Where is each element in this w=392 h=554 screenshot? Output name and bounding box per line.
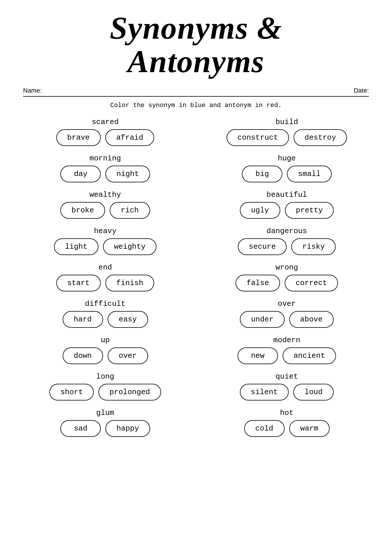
pair-group-1: buildconstructdestroy [205,118,369,146]
pair-words-4: brokerich [60,202,150,219]
word-pill-15-1: silent [240,384,289,400]
word-pill-1-1: construct [227,129,289,146]
pair-title-5: beautiful [266,190,307,199]
word-pill-4-1: broke [60,202,105,219]
word-pill-3-1: big [242,166,282,182]
pair-group-3: hugebigsmall [205,154,369,182]
word-pill-4-2: rich [110,202,150,219]
pair-words-12: downover [63,347,148,364]
pair-words-16: sadhappy [60,420,150,437]
word-pill-16-2: happy [105,420,150,437]
word-pill-0-1: brave [56,129,101,146]
pair-title-1: build [275,118,298,126]
pair-group-5: beautifuluglypretty [205,190,369,219]
word-pill-11-1: under [240,311,284,328]
word-pill-6-1: light [54,238,98,255]
word-pill-9-2: correct [285,275,338,291]
page-title: Synonyms & Antonyms [23,12,369,78]
pair-group-0: scaredbraveafraid [23,118,187,146]
pair-group-7: dangeroussecurerisky [205,227,369,255]
word-pill-16-1: sad [60,420,101,437]
word-pill-10-2: easy [108,311,148,328]
pair-group-12: updownover [23,336,187,364]
pair-title-10: difficult [85,300,125,308]
pair-title-15: quiet [275,372,298,381]
pair-words-17: coldwarm [244,420,330,437]
pair-group-2: morningdaynight [23,154,187,182]
word-pill-6-2: weighty [103,238,156,255]
pair-title-13: modern [273,336,300,345]
pair-words-0: braveafraid [56,129,154,146]
pair-group-14: longshortprolonged [23,372,187,400]
instructions: Color the synonym in blue and antonym in… [23,102,369,109]
word-pill-5-1: ugly [240,202,280,219]
pair-group-9: wrongfalsecorrect [205,263,369,291]
pair-title-3: huge [278,154,296,163]
word-pill-10-1: hard [63,311,103,328]
word-pill-1-2: destroy [294,129,347,146]
pair-words-6: lightweighty [54,238,156,255]
pair-words-9: falsecorrect [236,275,338,291]
pair-title-16: glum [96,409,114,417]
pair-words-8: startfinish [56,275,154,291]
word-pill-11-2: above [289,311,334,328]
word-pill-8-2: finish [105,275,154,291]
word-pill-2-2: night [105,166,150,182]
pair-words-3: bigsmall [242,166,331,182]
word-pill-7-2: risky [291,238,336,255]
pair-title-14: long [96,372,114,381]
word-pill-8-1: start [56,275,101,291]
pair-group-4: wealthybrokerich [23,190,187,219]
word-pill-13-1: new [238,347,278,364]
word-pill-13-2: ancient [283,347,336,364]
pair-title-9: wrong [275,263,298,272]
date-label: Date: [354,87,369,94]
name-label: Name: [23,87,42,94]
word-pill-17-1: cold [244,420,285,437]
word-pill-15-2: loud [293,384,334,400]
word-pill-14-2: prolonged [98,384,161,400]
pair-words-14: shortprolonged [49,384,161,400]
pair-group-8: endstartfinish [23,263,187,291]
pair-words-1: constructdestroy [227,129,347,146]
pair-title-4: wealthy [89,190,121,199]
pair-words-11: underabove [240,311,333,328]
pair-title-17: hot [280,409,294,417]
word-pill-2-1: day [60,166,101,182]
pair-words-10: hardeasy [63,311,148,328]
pair-words-15: silentloud [240,384,334,400]
pair-words-7: securerisky [238,238,336,255]
word-pill-12-2: over [108,347,148,364]
pair-words-13: newancient [238,347,336,364]
word-pill-17-2: warm [289,420,330,437]
word-pill-9-1: false [236,275,280,291]
pair-group-10: difficulthardeasy [23,300,187,328]
pair-group-6: heavylightweighty [23,227,187,255]
pair-title-12: up [101,336,110,345]
pair-words-2: daynight [60,166,150,182]
word-pill-3-2: small [287,166,331,182]
pair-title-0: scared [92,118,119,126]
pair-title-7: dangerous [266,227,307,235]
pair-group-11: overunderabove [205,300,369,328]
word-pill-12-1: down [63,347,103,364]
pair-group-13: modernnewancient [205,336,369,364]
pair-group-17: hotcoldwarm [205,409,369,437]
word-pill-0-2: afraid [105,129,154,146]
pair-title-6: heavy [94,227,116,235]
word-pill-14-1: short [49,384,94,400]
pair-group-16: glumsadhappy [23,409,187,437]
word-pill-5-2: pretty [285,202,334,219]
pair-words-5: uglypretty [240,202,334,219]
pair-group-15: quietsilentloud [205,372,369,400]
pair-title-2: morning [89,154,121,163]
pair-title-8: end [98,263,112,272]
pair-title-11: over [278,300,296,308]
word-pill-7-1: secure [238,238,287,255]
pairs-container: scaredbraveafraidbuildconstructdestroymo… [23,118,369,445]
